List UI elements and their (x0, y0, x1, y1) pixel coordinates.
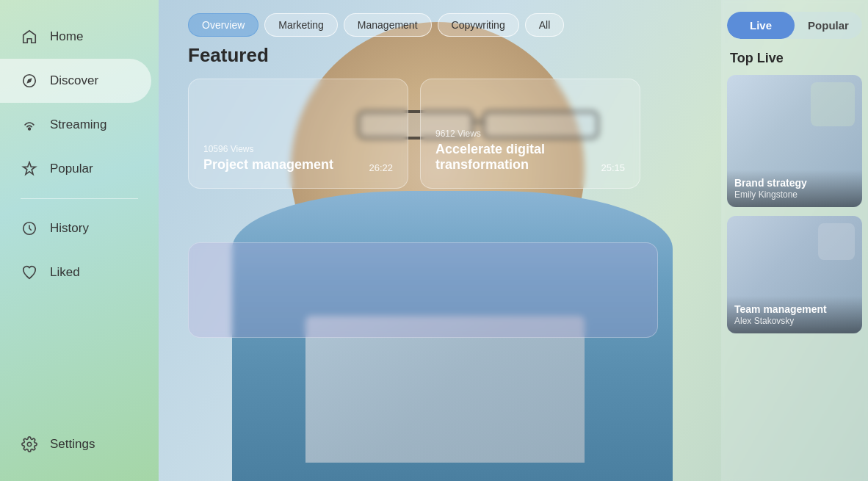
liked-icon (21, 264, 38, 281)
sidebar-item-history[interactable]: History (0, 206, 151, 250)
sidebar-item-liked-label: Liked (50, 265, 80, 280)
sidebar-divider (21, 198, 138, 199)
tab-all[interactable]: All (525, 13, 565, 37)
live-card-2[interactable]: Team management Alex Stakovsky (727, 216, 862, 333)
settings-icon (21, 435, 38, 453)
featured-title: Featured (188, 44, 640, 67)
tab-overview[interactable]: Overview (188, 13, 258, 37)
main-content: Overview Marketing Management Copywritin… (159, 0, 868, 481)
sidebar: Home Discover Streaming Popular (0, 0, 159, 481)
card-2-views: 9612 Views (435, 129, 625, 139)
history-icon (21, 220, 38, 237)
svg-marker-1 (26, 78, 32, 83)
second-row-cards (188, 242, 658, 338)
right-panel: Live Popular Top Live Brand strategy Emi… (721, 0, 868, 481)
live-card-2-title: Team management (734, 303, 855, 316)
sidebar-item-streaming[interactable]: Streaming (0, 103, 151, 147)
sidebar-item-streaming-label: Streaming (50, 117, 106, 132)
header-tabs: Overview Marketing Management Copywritin… (188, 13, 564, 37)
sidebar-item-discover-label: Discover (50, 73, 98, 88)
card-1-title: Project management (203, 157, 333, 173)
sidebar-item-history-label: History (50, 221, 89, 236)
live-card-2-overlay: Team management Alex Stakovsky (727, 296, 862, 333)
svg-point-4 (27, 442, 32, 446)
sidebar-item-home-label: Home (50, 29, 83, 44)
live-card-2-author: Alex Stakovsky (734, 316, 855, 326)
sidebar-item-liked[interactable]: Liked (0, 250, 151, 294)
featured-card-2[interactable]: 9612 Views Accelerate digital transforma… (420, 79, 640, 189)
card-2-bottom: Accelerate digital transformation 25:15 (435, 142, 625, 173)
sidebar-item-popular[interactable]: Popular (0, 147, 151, 191)
sidebar-item-popular-label: Popular (50, 162, 93, 176)
sidebar-item-settings-label: Settings (50, 437, 95, 452)
right-tab-live[interactable]: Live (727, 12, 795, 39)
tab-management[interactable]: Management (344, 13, 432, 37)
live-card-1-author: Emily Kingstone (734, 189, 855, 200)
second-row-card[interactable] (188, 242, 658, 338)
home-icon (21, 28, 38, 46)
streaming-icon (21, 116, 38, 134)
card-1-duration: 26:22 (369, 162, 393, 173)
card-1-views: 10596 Views (203, 144, 393, 154)
sidebar-item-discover[interactable]: Discover (0, 59, 151, 103)
live-card-1-overlay: Brand strategy Emily Kingstone (727, 170, 862, 207)
live-card-1-title: Brand strategy (734, 177, 855, 189)
top-live-title: Top Live (721, 51, 868, 75)
sidebar-item-home[interactable]: Home (0, 15, 151, 59)
featured-card-1[interactable]: 10596 Views Project management 26:22 (188, 79, 408, 189)
discover-icon (21, 72, 38, 90)
card-2-duration: 25:15 (601, 162, 625, 173)
card-2-title: Accelerate digital transformation (435, 142, 582, 173)
right-tab-popular[interactable]: Popular (795, 12, 862, 39)
tab-copywriting[interactable]: Copywriting (438, 13, 519, 37)
svg-point-2 (29, 128, 31, 130)
featured-cards: 10596 Views Project management 26:22 961… (188, 79, 640, 189)
tab-marketing[interactable]: Marketing (264, 13, 337, 37)
live-card-1[interactable]: Brand strategy Emily Kingstone (727, 75, 862, 207)
card-1-bottom: Project management 26:22 (203, 157, 393, 173)
sidebar-item-settings[interactable]: Settings (0, 422, 151, 466)
popular-icon (21, 160, 38, 178)
featured-section: Featured 10596 Views Project management … (188, 44, 640, 189)
right-panel-tabs: Live Popular (727, 12, 862, 39)
